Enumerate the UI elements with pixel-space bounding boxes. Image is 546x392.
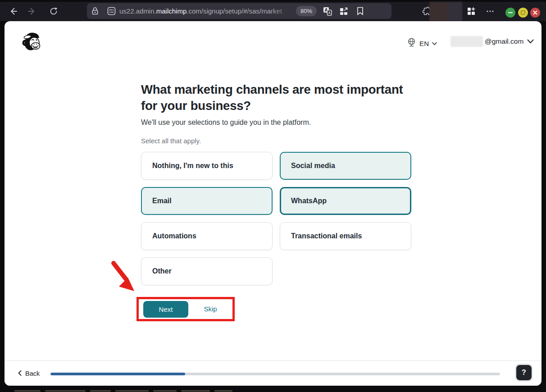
option-automations[interactable]: Automations — [141, 222, 273, 250]
site-settings-icon[interactable] — [103, 5, 119, 18]
page-subtitle: We'll use your selections to guide you i… — [141, 119, 375, 127]
option-other[interactable]: Other — [141, 257, 273, 285]
option-whatsapp[interactable]: WhatsApp — [280, 187, 411, 215]
account-email: @gmail.com — [485, 37, 523, 46]
language-label: EN — [419, 40, 429, 47]
chevron-down-icon — [527, 37, 534, 46]
chevron-down-icon — [432, 39, 437, 47]
window-close-button[interactable] — [530, 8, 540, 18]
url-path: .com/signup/setup/#/sas/market — [187, 7, 282, 15]
chevron-left-icon — [18, 369, 22, 378]
option-label: Email — [152, 197, 172, 205]
mailchimp-signup-page: EN @gmail.com What marketing channels ar… — [5, 21, 541, 386]
help-button[interactable]: ? — [516, 365, 532, 380]
menu-dots-icon[interactable] — [482, 3, 498, 19]
back-nav-icon[interactable] — [5, 3, 21, 19]
skip-link[interactable]: Skip — [204, 305, 217, 313]
option-label: Nothing, I'm new to this — [152, 162, 233, 170]
option-label: WhatsApp — [291, 197, 327, 205]
browser-toolbar: us22.admin.mailchimp.com/signup/setup/#/… — [0, 2, 546, 21]
option-label: Transactional emails — [291, 232, 362, 240]
language-selector[interactable]: EN — [407, 37, 437, 49]
window-maximize-button[interactable] — [518, 8, 528, 18]
page-title: What marketing channels are most importa… — [141, 82, 415, 114]
option-transactional-emails[interactable]: Transactional emails — [280, 222, 411, 250]
option-label: Other — [152, 267, 172, 275]
progress-fill — [50, 373, 185, 375]
option-email[interactable]: Email — [141, 187, 273, 215]
option-social-media[interactable]: Social media — [280, 152, 411, 180]
wizard-footer: Back — [5, 360, 541, 386]
bottom-cutoff-strip — [0, 386, 546, 392]
progress-bar — [50, 373, 500, 375]
forward-nav-icon[interactable] — [24, 3, 40, 19]
workspaces-grid-icon[interactable] — [463, 3, 479, 19]
globe-icon — [407, 37, 416, 49]
select-instruction: Select all that apply. — [141, 137, 201, 145]
url-bar[interactable]: us22.admin.mailchimp.com/signup/setup/#/… — [87, 3, 391, 19]
back-button[interactable]: Back — [18, 369, 40, 378]
next-button[interactable]: Next — [143, 301, 188, 318]
back-label: Back — [25, 370, 40, 377]
lock-icon[interactable] — [87, 5, 103, 18]
window-minimize-button[interactable] — [505, 8, 515, 18]
url-text[interactable]: us22.admin.mailchimp.com/signup/setup/#/… — [119, 7, 295, 15]
zoom-level-badge[interactable]: 80% — [296, 6, 317, 16]
url-fade — [270, 7, 295, 15]
redacted-username — [450, 36, 483, 47]
split-screen-icon[interactable] — [336, 5, 352, 18]
option-label: Social media — [291, 162, 335, 170]
annotation-arrow — [108, 260, 141, 297]
reload-icon[interactable] — [46, 3, 62, 19]
option-nothing-new[interactable]: Nothing, I'm new to this — [141, 152, 273, 180]
bookmark-icon[interactable] — [352, 5, 368, 18]
url-subdomain: us22.admin. — [119, 7, 156, 15]
account-menu[interactable]: @gmail.com — [450, 36, 534, 47]
option-label: Automations — [152, 232, 196, 240]
profile-avatar[interactable] — [429, 2, 462, 21]
translate-icon[interactable]: A — [319, 5, 336, 18]
url-domain: mailchimp — [156, 7, 187, 15]
mailchimp-freddie-logo — [22, 30, 43, 56]
annotation-rectangle: Next Skip — [136, 297, 235, 321]
